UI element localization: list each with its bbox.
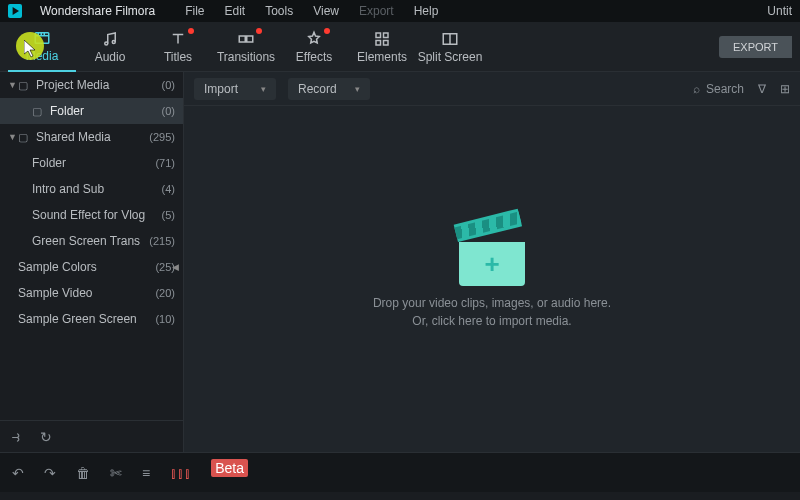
- app-name: Wondershare Filmora: [40, 4, 155, 18]
- menu-view[interactable]: View: [313, 4, 339, 18]
- app-logo-icon: [8, 4, 22, 18]
- tab-transitions[interactable]: Transitions: [212, 22, 280, 72]
- titles-icon: [169, 30, 187, 48]
- clapperboard-icon: +: [459, 228, 525, 286]
- tab-media[interactable]: Media: [8, 22, 76, 72]
- new-folder-icon[interactable]: ⥽: [10, 429, 22, 445]
- content-toolbar: Import▾ Record▾ ⌕Search ∇ ⊞: [184, 72, 800, 106]
- import-dropdown[interactable]: Import▾: [194, 78, 276, 100]
- notification-dot-icon: [188, 28, 194, 34]
- search-icon: ⌕: [693, 82, 700, 96]
- menu-export[interactable]: Export: [359, 4, 394, 18]
- svg-rect-7: [376, 40, 381, 45]
- caret-icon: ▼: [8, 80, 18, 90]
- menu-help[interactable]: Help: [414, 4, 439, 18]
- split-icon: [441, 30, 459, 48]
- beta-badge: Beta: [211, 459, 248, 477]
- chevron-down-icon: ▾: [355, 84, 360, 94]
- tree-item-folder[interactable]: ▢Folder(0): [0, 98, 183, 124]
- tree-item-sample-green-screen[interactable]: Sample Green Screen(10): [0, 306, 183, 332]
- tab-split-screen[interactable]: Split Screen: [416, 22, 484, 72]
- sidebar: ▼▢Project Media(0)▢Folder(0)▼▢Shared Med…: [0, 72, 184, 452]
- redo-icon[interactable]: ↷: [44, 465, 56, 481]
- tree-item-sound-effect-for-vlog[interactable]: Sound Effect for Vlog(5): [0, 202, 183, 228]
- delete-icon[interactable]: 🗑: [76, 465, 90, 481]
- record-label: Record: [298, 82, 337, 96]
- tree-item-folder[interactable]: Folder(71): [0, 150, 183, 176]
- svg-rect-6: [384, 33, 389, 38]
- folder-icon: ▢: [18, 131, 32, 144]
- audio-icon: [101, 30, 119, 48]
- titlebar: Wondershare Filmora File Edit Tools View…: [0, 0, 800, 22]
- record-dropdown[interactable]: Record▾: [288, 78, 370, 100]
- tree-item-sample-video[interactable]: Sample Video(20): [0, 280, 183, 306]
- grid-view-icon[interactable]: ⊞: [780, 82, 790, 96]
- menu-tools[interactable]: Tools: [265, 4, 293, 18]
- effects-icon: [305, 30, 323, 48]
- sidebar-footer: ⥽ ↻: [0, 420, 183, 452]
- tab-effects[interactable]: Effects: [280, 22, 348, 72]
- media-tree: ▼▢Project Media(0)▢Folder(0)▼▢Shared Med…: [0, 72, 183, 420]
- menu-edit[interactable]: Edit: [225, 4, 246, 18]
- adjust-icon[interactable]: ≡: [142, 465, 150, 481]
- doc-title: Untit: [767, 4, 792, 18]
- tree-item-intro-and-sub[interactable]: Intro and Sub(4): [0, 176, 183, 202]
- media-icon: [33, 29, 51, 47]
- undo-icon[interactable]: ↶: [12, 465, 24, 481]
- media-dropzone[interactable]: + Drop your video clips, images, or audi…: [184, 106, 800, 452]
- svg-rect-4: [247, 36, 253, 42]
- chevron-down-icon: ▾: [261, 84, 266, 94]
- tab-elements[interactable]: Elements: [348, 22, 416, 72]
- elements-icon: [373, 30, 391, 48]
- menubar: File Edit Tools View Export Help: [185, 4, 438, 18]
- notification-dot-icon: [256, 28, 262, 34]
- folder-icon: ▢: [18, 79, 32, 92]
- refresh-icon[interactable]: ↻: [40, 429, 52, 445]
- filter-icon[interactable]: ∇: [758, 82, 766, 96]
- svg-point-2: [112, 40, 115, 43]
- timeline-toolbar: ↶ ↷ 🗑 ✄ ≡ ⫿⫿⫿ Beta: [0, 452, 800, 492]
- svg-point-1: [105, 42, 108, 45]
- import-label: Import: [204, 82, 238, 96]
- search-input[interactable]: ⌕Search: [693, 82, 744, 96]
- svg-rect-3: [239, 36, 245, 42]
- search-placeholder: Search: [706, 82, 744, 96]
- toolbar: MediaAudioTitlesTransitionsEffectsElemen…: [0, 22, 800, 72]
- tree-item-green-screen-trans[interactable]: Green Screen Trans(215): [0, 228, 183, 254]
- collapse-icon[interactable]: ◀: [172, 262, 179, 272]
- menu-file[interactable]: File: [185, 4, 204, 18]
- tab-titles[interactable]: Titles: [144, 22, 212, 72]
- content-panel: Import▾ Record▾ ⌕Search ∇ ⊞ + Drop your …: [184, 72, 800, 452]
- caret-icon: ▼: [8, 132, 18, 142]
- tab-audio[interactable]: Audio: [76, 22, 144, 72]
- folder-icon: ▢: [32, 105, 46, 118]
- tree-item-shared-media[interactable]: ▼▢Shared Media(295): [0, 124, 183, 150]
- svg-rect-5: [376, 33, 381, 38]
- tree-item-project-media[interactable]: ▼▢Project Media(0): [0, 72, 183, 98]
- cut-icon[interactable]: ✄: [110, 465, 122, 481]
- dropzone-text: Drop your video clips, images, or audio …: [373, 294, 611, 330]
- tree-item-sample-colors[interactable]: Sample Colors(25)◀: [0, 254, 183, 280]
- export-button[interactable]: EXPORT: [719, 36, 792, 58]
- audio-wave-icon[interactable]: ⫿⫿⫿: [170, 465, 191, 481]
- transitions-icon: [237, 30, 255, 48]
- notification-dot-icon: [324, 28, 330, 34]
- svg-rect-8: [384, 40, 389, 45]
